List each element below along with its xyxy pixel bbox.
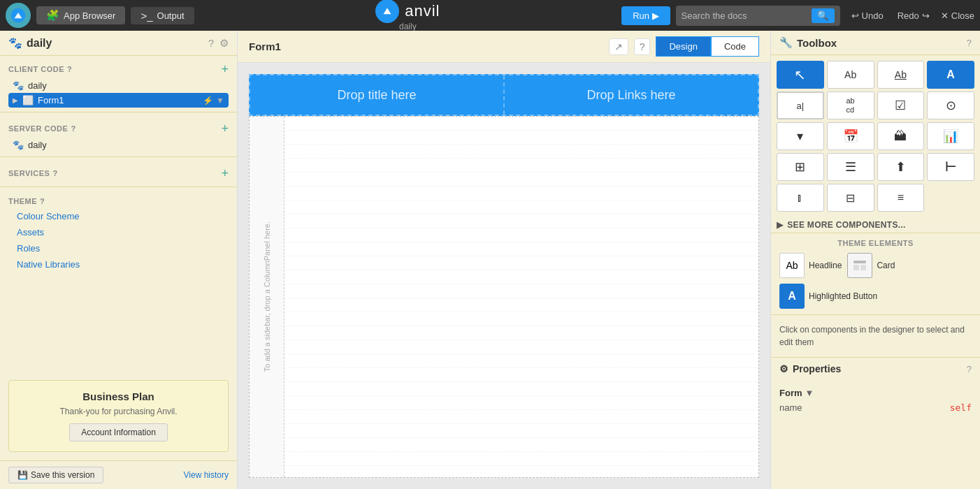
server-code-help-icon[interactable]: ? xyxy=(71,124,75,133)
search-input[interactable] xyxy=(682,10,807,21)
app-browser-label: App Browser xyxy=(64,10,115,21)
client-code-section: CLIENT CODE ? + 🐾 daily ▶ ⬜ Form1 ⚡ ▼ xyxy=(0,56,237,109)
link-tool[interactable]: Ab xyxy=(877,61,925,89)
help-icon[interactable]: ? xyxy=(208,37,214,50)
lightning-icon[interactable]: ⚡ xyxy=(203,96,213,105)
services-section: SERVICES ? + xyxy=(0,160,237,184)
datagrid-tool[interactable]: ⊞ xyxy=(777,153,824,181)
assets-link[interactable]: Assets xyxy=(8,224,229,240)
properties-header[interactable]: ⚙ Properties ? xyxy=(771,358,980,380)
server-code-add-button[interactable]: + xyxy=(221,122,229,135)
server-daily-module[interactable]: 🐾 daily xyxy=(8,138,229,152)
textbox-icon: a| xyxy=(797,101,805,111)
checkbox-tool[interactable]: ☑ xyxy=(877,92,925,119)
datepicker-tool[interactable]: 📅 xyxy=(827,122,874,150)
properties-dropdown-arrow[interactable]: ▼ xyxy=(805,388,814,398)
undo-label: Undo xyxy=(862,10,884,21)
topbar: 🧩 App Browser >_ Output anvil daily Run … xyxy=(0,0,980,31)
theme-items-list: Ab Headline Card xyxy=(779,253,972,278)
repeating-panel-tool[interactable]: ☰ xyxy=(827,153,874,181)
multiline-tool[interactable]: abcd xyxy=(827,92,874,119)
highlighted-button-icon: A xyxy=(779,284,805,309)
button-tool[interactable]: A xyxy=(927,61,974,89)
save-version-label: Save this version xyxy=(31,470,94,480)
label-tool[interactable]: Ab xyxy=(827,61,874,89)
anvil-brand-icon xyxy=(375,0,399,23)
brand-center: anvil daily xyxy=(375,0,440,31)
drop-links-zone[interactable]: Drop Links here xyxy=(505,75,758,115)
form-body[interactable]: To add a sidebar, drop a ColumnPanel her… xyxy=(249,116,759,478)
services-help-icon[interactable]: ? xyxy=(52,169,57,177)
dropdown-tool[interactable]: ▾ xyxy=(777,122,824,150)
label-aligned-tool[interactable]: ⊢ xyxy=(927,153,974,181)
output-label: Output xyxy=(157,10,185,21)
search-button[interactable]: 🔍 xyxy=(812,8,835,23)
divider-2 xyxy=(0,156,237,157)
native-libraries-link[interactable]: Native Libraries xyxy=(8,256,229,272)
left-panel: 🐾 daily ? ⚙ CLIENT CODE ? + 🐾 xyxy=(0,31,238,489)
toolbox-help-icon[interactable]: ? xyxy=(967,38,972,48)
settings-icon[interactable]: ⚙ xyxy=(219,37,229,50)
services-title: SERVICES ? xyxy=(8,169,58,177)
divider-3 xyxy=(0,187,237,187)
properties-title: ⚙ Properties xyxy=(779,363,841,374)
form-canvas: Drop title here Drop Links here To add a… xyxy=(238,63,770,489)
file-loader-tool[interactable]: ⬆ xyxy=(877,153,925,181)
see-more-components[interactable]: ▶ SEE MORE COMPONENTS... xyxy=(771,217,980,233)
image-tool[interactable]: 🏔 xyxy=(877,122,925,150)
colour-scheme-link[interactable]: Colour Scheme xyxy=(8,208,229,224)
account-information-button[interactable]: Account Information xyxy=(69,423,168,441)
output-tab[interactable]: >_ Output xyxy=(131,7,194,24)
checkbox-icon: ☑ xyxy=(895,98,906,113)
server-daily-label: daily xyxy=(28,140,224,150)
column-panel-tool[interactable]: ⫾ xyxy=(777,184,824,212)
list-tool[interactable]: ≡ xyxy=(877,184,925,212)
form1-menu-icon[interactable]: ▼ xyxy=(216,96,224,105)
title-bar-drop-zone[interactable]: Drop title here Drop Links here xyxy=(249,74,759,116)
close-button[interactable]: ✕ Close xyxy=(941,10,974,21)
headline-theme-item[interactable]: Ab Headline xyxy=(779,253,842,278)
properties-help-icon[interactable]: ? xyxy=(967,364,972,374)
roles-link[interactable]: Roles xyxy=(8,240,229,256)
textbox-tool[interactable]: a| xyxy=(777,92,824,119)
expand-icon[interactable]: ↗ xyxy=(609,38,628,55)
run-button[interactable]: Run ▶ xyxy=(621,6,670,25)
theme-elements-title: THEME ELEMENTS xyxy=(779,239,972,247)
cursor-tool[interactable]: ↖ xyxy=(777,61,824,89)
form-header: Form1 ↗ ? Design Code xyxy=(238,31,770,63)
anvil-logo[interactable] xyxy=(6,3,31,28)
daily-module-item[interactable]: 🐾 daily xyxy=(8,78,229,93)
client-code-add-button[interactable]: + xyxy=(221,63,229,75)
code-tab[interactable]: Code xyxy=(711,36,759,57)
see-more-arrow: ▶ xyxy=(777,220,783,230)
theme-header: THEME ? xyxy=(8,194,229,208)
redo-label: Redo xyxy=(898,10,919,21)
svg-rect-4 xyxy=(860,265,866,270)
theme-help-icon[interactable]: ? xyxy=(40,197,45,205)
chart-tool[interactable]: 📊 xyxy=(927,122,974,150)
client-code-help-icon[interactable]: ? xyxy=(67,65,72,73)
card-theme-item[interactable]: Card xyxy=(847,253,895,278)
form-help-icon[interactable]: ? xyxy=(634,38,651,55)
properties-panel: ⚙ Properties ? Form ▼ name self xyxy=(771,357,980,421)
services-add-button[interactable]: + xyxy=(221,167,229,180)
center-panel: Form1 ↗ ? Design Code Drop title here Dr… xyxy=(238,31,770,489)
highlighted-button-theme-item[interactable]: A Highlighted Button xyxy=(779,284,877,309)
radio-tool[interactable]: ⊙ xyxy=(927,92,974,119)
datagrid-icon: ⊞ xyxy=(795,159,805,175)
flow-panel-tool[interactable]: ⊟ xyxy=(827,184,874,212)
form1-item[interactable]: ▶ ⬜ Form1 ⚡ ▼ xyxy=(8,93,229,108)
drop-title-zone[interactable]: Drop title here xyxy=(250,75,505,115)
repeating-panel-icon: ☰ xyxy=(845,159,856,175)
view-history-link[interactable]: View history xyxy=(184,470,229,480)
expand-arrow[interactable]: ▶ xyxy=(13,96,18,104)
form-content-area[interactable] xyxy=(284,117,758,477)
sidebar-drop-zone[interactable]: To add a sidebar, drop a ColumnPanel her… xyxy=(250,117,284,477)
save-version-button[interactable]: 💾 Save this version xyxy=(8,467,103,483)
design-tab[interactable]: Design xyxy=(656,36,710,57)
close-label: Close xyxy=(951,10,974,21)
redo-button[interactable]: Redo ↪ xyxy=(892,8,935,24)
form1-actions: ⚡ ▼ xyxy=(203,96,224,105)
undo-button[interactable]: ↩ Undo xyxy=(846,8,889,24)
app-browser-tab[interactable]: 🧩 App Browser xyxy=(36,6,125,24)
